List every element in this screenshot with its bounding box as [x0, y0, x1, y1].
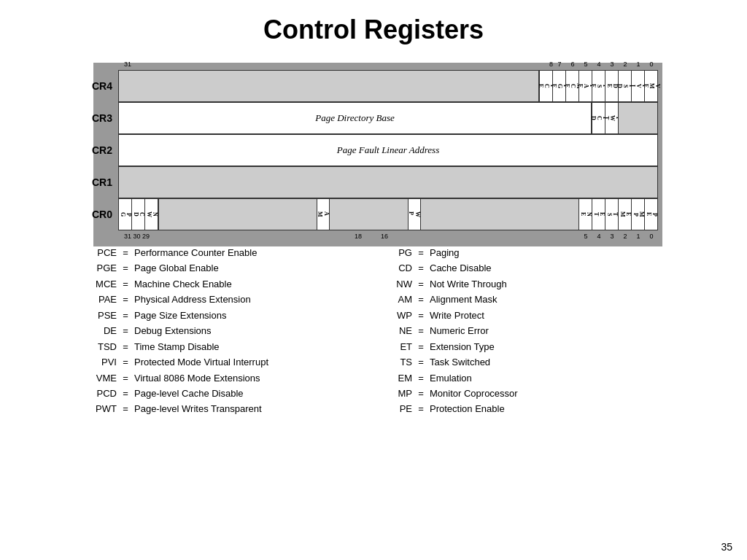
eq-mce: = [117, 276, 134, 292]
desc-pse: Page Size Extensions [134, 308, 363, 323]
bit-ts: TS [605, 199, 618, 230]
abbr-ne: NE [384, 323, 412, 338]
bit-pse: PSE [592, 71, 605, 101]
abbr-mce: MCE [89, 276, 117, 292]
legend-pvi: PVI = Protected Mode Virtual Interrupt [89, 354, 363, 370]
abbr-pge: PGE [89, 260, 117, 276]
legend-ne: NE = Numeric Error [384, 323, 658, 338]
legend-nw: NW = Not Write Through [384, 276, 658, 292]
bottom-16: 16 [371, 233, 398, 240]
legend: PCE = Performance Counter Enable PG = Pa… [89, 245, 658, 417]
bit-nw: NW [145, 199, 158, 230]
desc-pae: Physical Address Extension [134, 292, 363, 307]
eq-mp: = [412, 386, 430, 401]
abbr-pwt: PWT [89, 401, 117, 416]
cr3-bits: PCD PWT [592, 103, 657, 133]
abbr-pe: PE [384, 401, 412, 416]
legend-pwt: PWT = Page-level Writes Transparent [89, 401, 363, 416]
bottom-5: 5 [579, 233, 592, 240]
desc-mp: Monitor Coprocessor [430, 386, 658, 401]
desc-pvi: Protected Mode Virtual Interrupt [134, 354, 363, 370]
cr0-gap-left [159, 199, 317, 230]
legend-am: AM = Alignment Mask [384, 292, 658, 307]
cr1-main [119, 167, 657, 198]
desc-pe: Protection Enable [430, 401, 658, 416]
bottom-bit-numbers: 31 30 29 18 16 5 4 3 2 1 0 [124, 230, 658, 242]
abbr-nw: NW [384, 276, 412, 292]
cr4-main [119, 71, 539, 101]
eq-pce: = [117, 245, 134, 260]
cr3-reserved [618, 103, 657, 133]
bit-em: EM [618, 199, 631, 230]
abbr-mp: MP [384, 386, 412, 401]
bottom-0: 0 [645, 233, 658, 240]
eq-pvi: = [117, 354, 134, 370]
desc-vme: Virtual 8086 Mode Extensions [134, 370, 363, 386]
legend-cd: CD = Cache Disable [384, 260, 658, 276]
legend-et: ET = Extension Type [384, 339, 658, 354]
legend-tsd: TSD = Time Stamp Disable [89, 339, 363, 354]
cr2-main: Page Fault Linear Address [119, 135, 657, 166]
desc-cd: Cache Disable [430, 260, 658, 276]
eq-pse: = [117, 308, 134, 323]
abbr-tsd: TSD [89, 339, 117, 354]
eq-pae: = [117, 292, 134, 307]
cr0-middle: AM WP [159, 199, 578, 230]
abbr-pse: PSE [89, 308, 117, 323]
bit-pg: PG [119, 199, 132, 230]
cr3-label: CR3 [89, 112, 118, 124]
eq-et: = [412, 339, 430, 354]
bit-et: ET [592, 199, 605, 230]
bottom-4: 4 [592, 233, 605, 240]
cr0-right-bits: NE ET TS EM MP PE [578, 199, 657, 230]
abbr-et: ET [384, 339, 412, 354]
abbr-am: AM [384, 292, 412, 307]
cr3-main: Page Directory Base [119, 103, 592, 133]
cr0-box: PG CD NW AM WP NE ET TS EM [118, 198, 658, 230]
bottom-3: 3 [605, 233, 619, 240]
legend-pse: PSE = Page Size Extensions [89, 308, 363, 323]
abbr-de: DE [89, 323, 117, 338]
abbr-cd: CD [384, 260, 412, 276]
legend-pge: PGE = Page Global Enable [89, 260, 363, 276]
bit-pwt: PWT [605, 103, 618, 133]
bit-am: AM [317, 199, 330, 230]
legend-pce: PCE = Performance Counter Enable [89, 245, 363, 260]
desc-nw: Not Write Through [430, 276, 658, 292]
cr1-label: CR1 [89, 176, 118, 188]
abbr-pvi: PVI [89, 354, 117, 370]
cr1-row: CR1 [89, 166, 658, 198]
legend-mp: MP = Monitor Coprocessor [384, 386, 658, 401]
eq-wp: = [412, 308, 430, 323]
eq-cd: = [412, 260, 430, 276]
bit-ne: NE [578, 199, 592, 230]
bit-vme: VME [644, 71, 657, 101]
cr4-bits: PCE PGE MCE PAE PSE DE TSD PVI VME [539, 71, 657, 101]
abbr-ts: TS [384, 354, 412, 370]
eq-vme: = [117, 370, 134, 386]
desc-ne: Numeric Error [430, 323, 658, 338]
eq-ts: = [412, 354, 430, 370]
cr3-row: CR3 Page Directory Base PCD PWT [89, 102, 658, 134]
desc-am: Alignment Mask [430, 292, 658, 307]
cr3-box: Page Directory Base PCD PWT [118, 102, 658, 134]
bottom-18: 18 [345, 233, 371, 240]
legend-mce: MCE = Machine Check Enable [89, 276, 363, 292]
abbr-pcd: PCD [89, 386, 117, 401]
bit-31-label: 31 [124, 61, 131, 68]
cr0-row: CR0 PG CD NW AM WP NE [89, 198, 658, 230]
eq-pwt: = [117, 401, 134, 416]
desc-ts: Task Switched [430, 354, 658, 370]
bottom-2: 2 [619, 233, 632, 240]
bottom-31: 31 30 29 [124, 233, 163, 240]
desc-tsd: Time Stamp Disable [134, 339, 363, 354]
legend-pae: PAE = Physical Address Extension [89, 292, 363, 307]
desc-wp: Write Protect [430, 308, 658, 323]
bit-cd: CD [132, 199, 145, 230]
eq-pg: = [412, 245, 430, 260]
abbr-pg: PG [384, 245, 412, 260]
desc-em: Emulation [430, 370, 658, 386]
eq-ne: = [412, 323, 430, 338]
desc-pcd: Page-level Cache Disable [134, 386, 363, 401]
cr2-box: Page Fault Linear Address [118, 134, 658, 166]
